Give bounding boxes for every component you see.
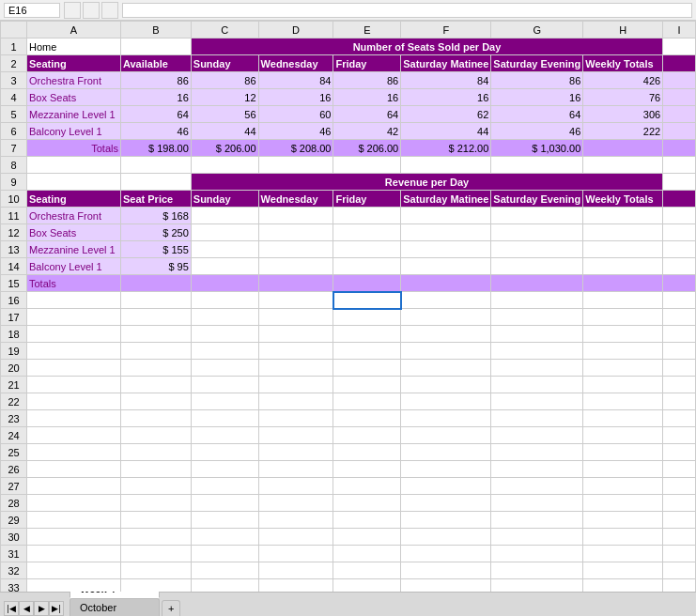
cell-F14[interactable] [401,258,491,275]
cell-A19[interactable] [27,343,121,360]
row-header-15[interactable]: 15 [1,275,27,292]
cell-F17[interactable] [401,309,491,326]
cell-F7[interactable]: $ 212.00 [401,140,491,157]
cell-C2[interactable]: Sunday [191,55,258,72]
cell-G17[interactable] [491,309,583,326]
cell-I2[interactable] [663,55,696,72]
cell-F10[interactable]: Saturday Matinee [401,191,491,208]
cell-E21[interactable] [333,377,401,393]
cell-I19[interactable] [663,343,696,360]
cell-A4[interactable]: Box Seats [27,89,121,106]
cell-I7[interactable] [663,140,696,157]
row-header-23[interactable]: 23 [1,410,27,427]
cell-D26[interactable] [258,461,333,478]
cell-D16[interactable] [258,292,333,309]
cell-I4[interactable] [663,89,696,106]
cell-E32[interactable] [333,562,401,579]
cell-H26[interactable] [583,461,663,478]
cell-A31[interactable] [27,546,121,562]
cell-G16[interactable] [491,292,583,309]
cell-E11[interactable] [333,208,401,224]
cell-E23[interactable] [333,410,401,427]
cell-A32[interactable] [27,562,121,579]
cell-A13[interactable]: Mezzanine Level 1 [27,241,121,258]
cell-C33[interactable] [191,579,258,593]
cell-E2[interactable]: Friday [333,55,401,72]
cell-E5[interactable]: 64 [333,106,401,123]
cell-I33[interactable] [663,579,696,593]
cell-B29[interactable] [120,512,191,529]
cell-I13[interactable] [663,241,696,258]
cell-D5[interactable]: 60 [258,106,333,123]
cell-G14[interactable] [491,258,583,275]
cell-I12[interactable] [663,224,696,241]
cell-A6[interactable]: Balcony Level 1 [27,123,121,140]
cell-D11[interactable] [258,208,333,224]
cell-H16[interactable] [583,292,663,309]
cell-E3[interactable]: 86 [333,72,401,89]
cell-E19[interactable] [333,343,401,360]
cell-B5[interactable]: 64 [120,106,191,123]
cell-B27[interactable] [120,478,191,495]
cell-A24[interactable] [27,427,121,444]
cell-F13[interactable] [401,241,491,258]
cell-H4[interactable]: 76 [583,89,663,106]
cell-C5[interactable]: 56 [191,106,258,123]
cell-B31[interactable] [120,546,191,562]
cell-I31[interactable] [663,546,696,562]
cell-B22[interactable] [120,393,191,410]
cell-E20[interactable] [333,360,401,377]
cell-B4[interactable]: 16 [120,89,191,106]
cell-F23[interactable] [401,410,491,427]
cell-F30[interactable] [401,529,491,546]
cell-H23[interactable] [583,410,663,427]
cell-D21[interactable] [258,377,333,393]
cell-F4[interactable]: 16 [401,89,491,106]
cell-H32[interactable] [583,562,663,579]
cell-I15[interactable] [663,275,696,292]
cell-B32[interactable] [120,562,191,579]
cell-B24[interactable] [120,427,191,444]
cell-B12[interactable]: $ 250 [120,224,191,241]
cell-H24[interactable] [583,427,663,444]
cell-H17[interactable] [583,309,663,326]
cell-E13[interactable] [333,241,401,258]
cell-B14[interactable]: $ 95 [120,258,191,275]
row-header-19[interactable]: 19 [1,343,27,360]
cell-G2[interactable]: Saturday Evening [491,55,583,72]
cell-G4[interactable]: 16 [491,89,583,106]
cell-I32[interactable] [663,562,696,579]
cell-A15[interactable]: Totals [27,275,121,292]
cell-C8[interactable] [191,157,258,174]
tab-last-button[interactable]: ▶| [49,601,64,616]
cell-D23[interactable] [258,410,333,427]
cell-E12[interactable] [333,224,401,241]
cell-I20[interactable] [663,360,696,377]
cell-B1[interactable] [120,38,191,55]
cell-C16[interactable] [191,292,258,309]
cell-F25[interactable] [401,444,491,461]
cell-H13[interactable] [583,241,663,258]
cell-A18[interactable] [27,326,121,343]
cell-C28[interactable] [191,495,258,512]
cell-G33[interactable] [491,579,583,593]
cell-B17[interactable] [120,309,191,326]
cell-D20[interactable] [258,360,333,377]
cell-D19[interactable] [258,343,333,360]
row-header-32[interactable]: 32 [1,562,27,579]
row-header-24[interactable]: 24 [1,427,27,444]
cell-I26[interactable] [663,461,696,478]
cell-E30[interactable] [333,529,401,546]
cell-G3[interactable]: 86 [491,72,583,89]
cell-I9[interactable] [663,174,696,191]
cell-D32[interactable] [258,562,333,579]
cell-A3[interactable]: Orchestra Front [27,72,121,89]
cell-I3[interactable] [663,72,696,89]
cell-I21[interactable] [663,377,696,393]
cell-G24[interactable] [491,427,583,444]
cell-G20[interactable] [491,360,583,377]
cell-C31[interactable] [191,546,258,562]
cell-E14[interactable] [333,258,401,275]
cell-D29[interactable] [258,512,333,529]
tab-october[interactable]: October [70,598,160,616]
